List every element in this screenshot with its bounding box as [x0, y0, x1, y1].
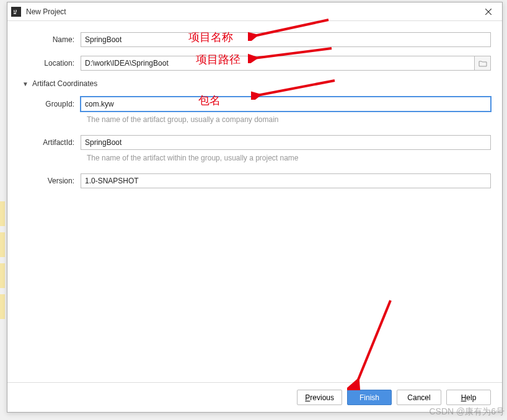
- window-title: New Project: [26, 7, 66, 16]
- name-input[interactable]: [81, 32, 491, 47]
- name-label: Name:: [19, 35, 81, 44]
- version-label: Version:: [19, 177, 81, 185]
- location-label: Location:: [19, 59, 81, 68]
- section-title: Artifact Coordinates: [32, 79, 97, 88]
- intellij-icon: IJ: [11, 7, 21, 17]
- artifactid-label: ArtifactId:: [19, 138, 81, 147]
- folder-icon: [478, 60, 487, 67]
- dialog-footer: Previous Finish Cancel Help: [7, 382, 502, 412]
- artifactid-input[interactable]: [81, 135, 491, 150]
- close-button[interactable]: [475, 2, 502, 21]
- dialog-content: Name: Location: ▼ Artifact Coordinates G…: [7, 21, 502, 382]
- new-project-dialog: IJ New Project Name: Location: ▼ Ar: [7, 2, 503, 413]
- svg-rect-0: [14, 13, 16, 14]
- cancel-button[interactable]: Cancel: [397, 390, 441, 405]
- chevron-down-icon: ▼: [22, 81, 29, 87]
- version-input[interactable]: [81, 173, 491, 188]
- help-button[interactable]: Help: [446, 390, 491, 405]
- groupid-label: GroupId:: [19, 100, 81, 108]
- titlebar: IJ New Project: [7, 2, 502, 21]
- artifact-coordinates-toggle[interactable]: ▼ Artifact Coordinates: [22, 79, 491, 88]
- finish-button[interactable]: Finish: [347, 390, 392, 405]
- browse-button[interactable]: [475, 56, 491, 71]
- svg-text:IJ: IJ: [14, 9, 17, 13]
- groupid-help: The name of the artifact group, usually …: [87, 115, 491, 124]
- groupid-input[interactable]: [81, 97, 491, 112]
- location-input[interactable]: [81, 56, 475, 71]
- artifactid-help: The name of the artifact within the grou…: [87, 154, 491, 162]
- previous-button[interactable]: Previous: [297, 390, 342, 405]
